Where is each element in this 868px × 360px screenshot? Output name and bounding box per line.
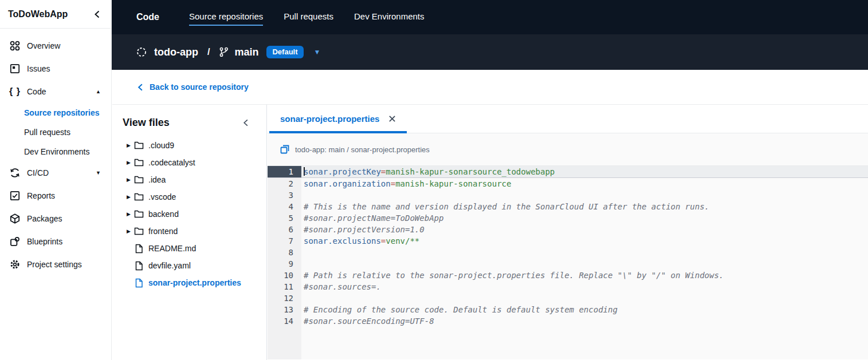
default-branch-badge: Default [266,46,303,58]
folder-icon [133,192,144,202]
tree-item-sonar-project-properties[interactable]: sonar-project.properties [112,274,266,291]
code-line-7[interactable]: 7sonar.exclusions=venv/** [268,235,868,247]
blueprints-icon [9,236,21,247]
code-line-content: #sonar.projectName=ToDoWebApp [301,212,868,224]
back-row: Back to source repository [112,70,868,105]
sidebar-item-pull-requests[interactable]: Pull requests [0,122,111,142]
sidebar-item-label: Blueprints [27,237,62,246]
sidebar-item-cicd[interactable]: CI/CD▼ [0,161,111,184]
file-breadcrumb-bar: todo-app: main / sonar-project.propertie… [268,133,868,166]
panel-collapse-icon[interactable] [242,118,250,127]
code-line-2[interactable]: 2sonar.organization=manish-kapur-sonarso… [268,178,868,189]
tree-item--cloud9[interactable]: ▶.cloud9 [112,137,266,154]
branch-dropdown-caret-icon[interactable]: ▼ [314,48,321,56]
back-link-label: Back to source repository [150,82,249,92]
sidebar-item-packages[interactable]: Packages [0,207,111,230]
reports-icon [9,190,21,201]
sidebar-item-issues[interactable]: Issues [0,57,111,80]
file-icon [133,260,144,271]
code-line-content [301,189,868,201]
file-breadcrumb: todo-app: main / sonar-project.propertie… [295,145,430,154]
code-line-3[interactable]: 3 [268,189,868,201]
tree-item-label: .cloud9 [148,141,174,150]
code-line-10[interactable]: 10# Path is relative to the sonar-projec… [268,270,868,281]
caret-up-icon[interactable]: ▲ [96,89,101,94]
branch-name[interactable]: main [234,46,258,58]
view-files-panel: View files ▶.cloud9▶.codecatalyst▶.idea▶… [112,105,267,360]
code-line-content: sonar.organization=manish-kapur-sonarsou… [301,178,868,189]
expand-arrow-icon[interactable]: ▶ [127,143,133,148]
code-line-content [301,258,868,270]
tree-item-label: backend [148,209,179,219]
expand-arrow-icon[interactable]: ▶ [127,160,133,165]
tree-item-devfile-yaml[interactable]: devfile.yaml [112,257,266,274]
code-line-5[interactable]: 5#sonar.projectName=ToDoWebApp [268,212,868,224]
code-line-content: sonar.projectKey=manish-kapur-sonarsourc… [301,166,868,177]
code-line-6[interactable]: 6#sonar.projectVersion=1.0 [268,224,868,235]
sidebar-item-label: CI/CD [27,168,49,177]
tree-item-frontend[interactable]: ▶frontend [112,223,266,240]
code-line-14[interactable]: 14#sonar.sourceEncoding=UTF-8 [268,315,868,327]
code-editor[interactable]: 1sonar.projectKey=manish-kapur-sonarsour… [268,166,868,359]
line-number: 1 [268,166,301,177]
repo-separator: / [207,47,210,57]
cicd-icon [9,167,21,179]
expand-arrow-icon[interactable]: ▶ [127,211,133,217]
code-line-13[interactable]: 13# Encoding of the source code. Default… [268,304,868,315]
tree-item-readme-md[interactable]: README.md [112,240,266,257]
tree-item--vscode[interactable]: ▶.vscode [112,188,266,205]
code-line-12[interactable]: 12 [268,292,868,304]
back-to-source-repository-link[interactable]: Back to source repository [136,82,249,92]
sidebar-item-project-settings[interactable]: Project settings [0,253,111,276]
sidebar-item-label: Project settings [27,260,82,269]
copy-path-icon[interactable] [280,145,289,154]
repository-icon [136,46,147,58]
top-tab-source-repositories[interactable]: Source repositories [186,0,266,34]
expand-arrow-icon[interactable]: ▶ [127,194,133,200]
code-icon: { } [9,86,21,97]
tree-item-backend[interactable]: ▶backend [112,205,266,223]
line-number: 14 [268,315,301,327]
sidebar-item-label: Packages [27,214,62,223]
packages-icon [9,213,21,224]
tree-item--idea[interactable]: ▶.idea [112,171,266,188]
top-tabs: Source repositoriesPull requestsDev Envi… [186,0,442,34]
sidebar-item-label: Code [27,87,46,96]
project-sidebar: ToDoWebApp OverviewIssues{ }Code▲Source … [0,0,112,360]
sidebar-item-label: Overview [27,41,60,50]
sidebar-item-label: Dev Environments [24,147,89,156]
code-line-11[interactable]: 11#sonar.sources=. [268,281,868,292]
expand-arrow-icon[interactable]: ▶ [127,228,133,234]
folder-icon [133,157,144,168]
top-tab-pull-requests[interactable]: Pull requests [280,0,337,34]
code-line-9[interactable]: 9 [268,258,868,270]
caret-down-icon[interactable]: ▼ [96,170,101,176]
sidebar-item-reports[interactable]: Reports [0,184,111,207]
code-line-4[interactable]: 4# This is the name and version displaye… [268,201,868,212]
close-tab-icon[interactable] [388,115,396,122]
settings-icon [9,259,21,270]
branch-icon [219,47,229,57]
sidebar-item-blueprints[interactable]: Blueprints [0,230,111,253]
expand-arrow-icon[interactable]: ▶ [127,177,133,183]
top-service-header: Code Source repositoriesPull requestsDev… [112,0,868,34]
repo-name[interactable]: todo-app [154,46,198,58]
line-number: 5 [268,212,301,224]
sidebar-collapse-icon[interactable] [93,10,102,19]
editor-pane: sonar-project.properties todo-app: main … [268,105,868,360]
code-line-content: # Path is relative to the sonar-project.… [301,270,868,281]
line-number: 4 [268,201,301,212]
sidebar-item-dev-environments[interactable]: Dev Environments [0,142,111,161]
line-number: 9 [268,258,301,270]
code-line-8[interactable]: 8 [268,247,868,258]
sidebar-item-code[interactable]: { }Code▲ [0,80,111,103]
code-line-1[interactable]: 1sonar.projectKey=manish-kapur-sonarsour… [268,166,868,178]
tree-item--codecatalyst[interactable]: ▶.codecatalyst [112,154,266,171]
tree-item-label: .idea [148,175,166,184]
sidebar-item-label: Pull requests [24,128,70,137]
top-tab-dev-environments[interactable]: Dev Environments [351,0,428,34]
sidebar-item-source-repositories[interactable]: Source repositories [0,103,111,122]
tree-item-label: README.md [148,244,196,253]
file-tab[interactable]: sonar-project.properties [268,105,409,133]
sidebar-item-overview[interactable]: Overview [0,34,111,57]
